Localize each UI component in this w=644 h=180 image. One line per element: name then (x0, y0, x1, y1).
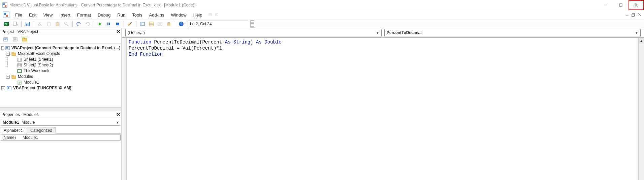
sheet1-node[interactable]: Sheet1 (Sheet1) (24, 57, 53, 62)
vertical-scrollbar[interactable]: ▴ (638, 38, 644, 180)
undo-button[interactable] (75, 20, 83, 28)
horizontal-splitter[interactable] (0, 107, 121, 111)
window-title: Microsoft Visual Basic for Applications … (9, 3, 598, 7)
properties-object-selector[interactable]: Module1 Module ▾ (1, 119, 120, 126)
object-dropdown[interactable]: (General) ▼ (125, 29, 382, 36)
project-tree[interactable]: − VBAProject (Convert Percentage to Deci… (0, 44, 121, 107)
project-explorer-button[interactable] (139, 20, 146, 28)
reset-button[interactable] (114, 20, 121, 28)
thisworkbook-node[interactable]: ThisWorkbook (24, 68, 49, 74)
svg-rect-42 (109, 23, 110, 25)
cut-button[interactable] (36, 20, 44, 28)
tab-categorized[interactable]: Categorized (27, 127, 56, 133)
sheet2-node[interactable]: Sheet2 (Sheet2) (24, 62, 53, 68)
menu-format[interactable]: Format (74, 11, 94, 19)
window-close-button[interactable] (629, 0, 644, 10)
toolbar-grip[interactable] (250, 20, 254, 28)
svg-rect-54 (168, 22, 170, 23)
window-minimize-button[interactable] (598, 0, 613, 10)
vba-logo-icon (3, 11, 9, 18)
svg-rect-81 (12, 75, 13, 76)
menu-addins[interactable]: Add-Ins (146, 11, 167, 19)
svg-rect-47 (140, 22, 142, 26)
svg-rect-26 (26, 22, 29, 24)
excel-objects-folder[interactable]: Microsoft Excel Objects (18, 51, 60, 57)
project-pane-close-button[interactable]: ✕ (115, 29, 121, 35)
menu-edit[interactable]: Edit (26, 11, 39, 19)
tab-alphabetic[interactable]: Alphabetic (0, 127, 26, 133)
find-button[interactable] (63, 20, 70, 28)
svg-marker-24 (17, 25, 18, 26)
save-button[interactable] (24, 20, 31, 28)
svg-rect-79 (18, 70, 21, 72)
menu-view[interactable]: View (40, 11, 56, 19)
menu-window[interactable]: Window (168, 11, 189, 19)
view-object-button[interactable] (11, 36, 19, 43)
property-row[interactable]: (Name) Module1 (1, 134, 120, 141)
run-button[interactable] (96, 20, 104, 28)
project-root-node[interactable]: VBAProject (Convert Percentage to Decima… (11, 45, 120, 51)
cursor-position-text: Ln 2, Col 34 (190, 22, 212, 26)
svg-point-36 (64, 22, 67, 25)
menu-insert[interactable]: Insert (56, 11, 73, 19)
project-pane-title-text: Project - VBAProject (1, 29, 38, 34)
insert-dropdown-button[interactable] (11, 20, 19, 28)
mdi-minimize-button[interactable] (625, 13, 629, 17)
svg-rect-4 (619, 4, 622, 6)
properties-pane-title-text: Properties - Module1 (1, 112, 39, 117)
view-code-button[interactable] (2, 36, 9, 43)
menu-file[interactable]: File (12, 11, 25, 19)
worksheet-icon (17, 57, 22, 62)
menu-tools[interactable]: Tools (129, 11, 145, 19)
paste-button[interactable] (54, 20, 61, 28)
modules-folder[interactable]: Modules (18, 74, 33, 80)
properties-grid: (Name) Module1 (1, 134, 121, 141)
module1-node[interactable]: Module1 (24, 80, 39, 85)
chevron-down-icon: ▼ (635, 31, 638, 35)
toggle-folders-button[interactable] (21, 36, 28, 43)
project-pane-toolbar (0, 35, 121, 44)
project-icon (6, 86, 12, 91)
object-browser-button[interactable] (156, 20, 164, 28)
mdi-close-button[interactable] (638, 13, 641, 17)
collapse-icon[interactable]: − (6, 75, 10, 79)
cursor-position-display: Ln 2, Col 34 (188, 21, 248, 27)
svg-rect-9 (6, 15, 8, 17)
svg-rect-43 (116, 23, 119, 25)
funcres-project-node[interactable]: VBAProject (FUNCRES.XLAM) (13, 85, 71, 91)
svg-rect-1 (3, 3, 5, 5)
mdi-restore-button[interactable] (632, 13, 635, 17)
help-button[interactable]: ? (178, 20, 185, 28)
svg-text:X: X (5, 23, 7, 26)
toolbox-button[interactable] (165, 20, 172, 28)
svg-rect-63 (23, 38, 25, 39)
svg-rect-48 (149, 22, 153, 26)
scroll-up-arrow[interactable]: ▴ (639, 38, 644, 43)
copy-button[interactable] (45, 20, 53, 28)
menu-debug[interactable]: Debug (95, 11, 114, 19)
svg-rect-73 (18, 64, 22, 67)
collapse-icon[interactable]: − (1, 46, 4, 50)
svg-rect-35 (57, 22, 58, 23)
procedure-dropdown[interactable]: PercentToDecimal ▼ (384, 29, 641, 36)
window-titlebar: Microsoft Visual Basic for Applications … (0, 0, 644, 10)
redo-button[interactable] (84, 20, 91, 28)
break-button[interactable] (105, 20, 112, 28)
design-mode-button[interactable] (126, 20, 134, 28)
properties-pane-close-button[interactable]: ✕ (115, 112, 121, 118)
window-maximize-button[interactable] (613, 0, 629, 10)
svg-point-31 (40, 25, 41, 26)
code-editor[interactable]: Function PercentToDecimal(Percent As Str… (122, 37, 644, 180)
view-excel-button[interactable]: X (3, 20, 10, 28)
chevron-down-icon: ▾ (117, 120, 119, 125)
standard-toolbar: X ? Ln 2, Col 34 (0, 20, 644, 28)
expand-icon[interactable]: + (1, 86, 5, 90)
property-value[interactable]: Module1 (21, 135, 120, 140)
code-margin (122, 38, 127, 180)
menu-help[interactable]: Help (190, 11, 205, 19)
scroll-track[interactable] (639, 43, 644, 180)
collapse-icon[interactable]: − (6, 52, 10, 56)
worksheet-icon (17, 63, 22, 68)
properties-window-button[interactable] (148, 20, 155, 28)
menu-run[interactable]: Run (114, 11, 128, 19)
